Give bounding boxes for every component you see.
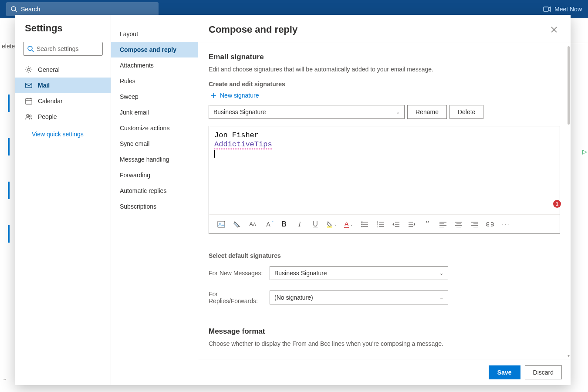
camera-icon: [543, 6, 551, 12]
chevron-icon: ⌄: [3, 376, 7, 382]
email-signature-heading: Email signature: [209, 53, 560, 61]
save-button[interactable]: Save: [489, 365, 520, 379]
sub-compose-reply[interactable]: Compose and reply: [111, 42, 198, 57]
sub-layout[interactable]: Layout: [111, 26, 198, 42]
chevron-down-icon: ⌄: [350, 222, 353, 226]
align-center-button[interactable]: [454, 220, 463, 229]
more-icon: ···: [502, 220, 510, 228]
svg-rect-2: [544, 7, 548, 11]
nav-general[interactable]: General: [15, 62, 111, 78]
editor-content[interactable]: Jon Fisher AddictiveTips: [209, 126, 560, 214]
signature-select[interactable]: Business Signature ⌄: [209, 105, 405, 119]
signature-link[interactable]: AddictiveTips: [214, 140, 272, 149]
sub-message-handling[interactable]: Message handling: [111, 152, 198, 167]
signature-editor[interactable]: Jon Fisher AddictiveTips AA A◦ B I U ⌄ A…: [209, 126, 560, 234]
insert-link-button[interactable]: [486, 220, 494, 229]
more-options-button[interactable]: ···: [501, 220, 510, 229]
notification-badge[interactable]: 1: [553, 200, 561, 208]
sub-customize-actions[interactable]: Customize actions: [111, 120, 198, 136]
meet-now-button[interactable]: Meet Now: [543, 6, 582, 13]
align-right-button[interactable]: [470, 220, 479, 229]
italic-button[interactable]: I: [295, 220, 304, 229]
panel-title: Compose and reply: [209, 24, 297, 35]
font-color-button[interactable]: A⌄: [344, 220, 353, 229]
text-cursor: [214, 150, 215, 158]
view-quick-settings-link[interactable]: View quick settings: [15, 125, 111, 138]
outdent-button[interactable]: [392, 220, 400, 229]
close-icon: [551, 27, 557, 33]
quote-icon: ”: [426, 220, 429, 229]
svg-rect-19: [327, 226, 332, 228]
sub-sync-email[interactable]: Sync email: [111, 136, 198, 152]
create-signatures-label: Create and edit signatures: [209, 81, 560, 88]
outdent-icon: [392, 221, 399, 227]
format-painter-icon: [233, 221, 240, 228]
delete-button[interactable]: Delete: [449, 105, 483, 119]
rename-button[interactable]: Rename: [407, 105, 447, 119]
highlight-button[interactable]: ⌄: [327, 220, 337, 229]
numbered-icon: 123: [377, 221, 384, 227]
bold-button[interactable]: B: [280, 220, 288, 229]
new-messages-signature-select[interactable]: Business Signature ⌄: [270, 266, 448, 280]
search-icon: [27, 45, 34, 52]
signature-description: Edit and choose signatures that will be …: [209, 66, 560, 73]
new-signature-button[interactable]: New signature: [210, 92, 560, 99]
global-search-input[interactable]: Search: [6, 2, 159, 16]
bullets-button[interactable]: [360, 220, 369, 229]
font-size-button[interactable]: A◦: [264, 220, 273, 229]
editor-toolbar: AA A◦ B I U ⌄ A⌄ 123 ” ···: [209, 214, 560, 233]
highlight-icon: [327, 221, 333, 228]
nav-people[interactable]: People: [15, 109, 111, 125]
plus-icon: [210, 92, 216, 98]
calendar-icon: [25, 97, 33, 105]
sub-forwarding[interactable]: Forwarding: [111, 167, 198, 183]
search-placeholder: Search: [21, 6, 40, 13]
svg-rect-17: [218, 221, 225, 227]
svg-rect-6: [26, 83, 32, 88]
chevron-down-icon: ⌄: [396, 109, 400, 115]
settings-nav: Settings Search settings General Mail Ca…: [15, 15, 111, 385]
underline-button[interactable]: U: [311, 220, 320, 229]
svg-point-22: [362, 224, 362, 225]
align-left-button[interactable]: [439, 220, 447, 229]
default-signatures-heading: Select default signatures: [209, 252, 560, 259]
gear-icon: [25, 66, 33, 74]
nav-calendar[interactable]: Calendar: [15, 93, 111, 109]
settings-detail-panel: Compose and reply ▾ Email signature Edit…: [198, 15, 571, 385]
quote-button[interactable]: ”: [423, 220, 432, 229]
mail-subnav: Layout Compose and reply Attachments Rul…: [111, 15, 198, 385]
discard-button[interactable]: Discard: [525, 365, 562, 379]
nav-mail[interactable]: Mail: [15, 78, 111, 93]
svg-point-18: [220, 223, 221, 224]
svg-point-11: [27, 115, 29, 117]
format-painter-button[interactable]: [233, 220, 241, 229]
play-icon: ▷: [582, 148, 587, 155]
font-family-button[interactable]: AA: [248, 220, 257, 229]
indent-button[interactable]: [407, 220, 416, 229]
insert-image-button[interactable]: [217, 220, 226, 229]
align-left-icon: [439, 221, 446, 227]
numbered-list-button[interactable]: 123: [376, 220, 385, 229]
svg-point-3: [28, 46, 32, 51]
sub-attachments[interactable]: Attachments: [111, 57, 198, 73]
sub-junk-email[interactable]: Junk email: [111, 105, 198, 120]
settings-search-input[interactable]: Search settings: [23, 42, 103, 56]
settings-title: Settings: [15, 23, 111, 42]
bullets-icon: [361, 221, 368, 227]
close-button[interactable]: [548, 24, 560, 36]
people-icon: [25, 113, 33, 121]
sub-rules[interactable]: Rules: [111, 73, 198, 89]
replies-signature-select[interactable]: (No signature) ⌄: [270, 291, 448, 304]
link-icon: [486, 222, 494, 226]
signature-text-line1: Jon Fisher: [214, 131, 259, 139]
message-format-desc: Choose whether to display the From and B…: [209, 340, 560, 347]
panel-footer: Save Discard: [198, 359, 571, 385]
sub-automatic-replies[interactable]: Automatic replies: [111, 183, 198, 199]
svg-point-12: [29, 115, 31, 117]
sub-subscriptions[interactable]: Subscriptions: [111, 199, 198, 214]
sub-sweep[interactable]: Sweep: [111, 89, 198, 105]
svg-point-24: [362, 226, 362, 227]
mail-icon: [25, 81, 33, 89]
replies-forwards-label: For Replies/Forwards:: [209, 291, 264, 304]
svg-point-20: [362, 222, 362, 223]
